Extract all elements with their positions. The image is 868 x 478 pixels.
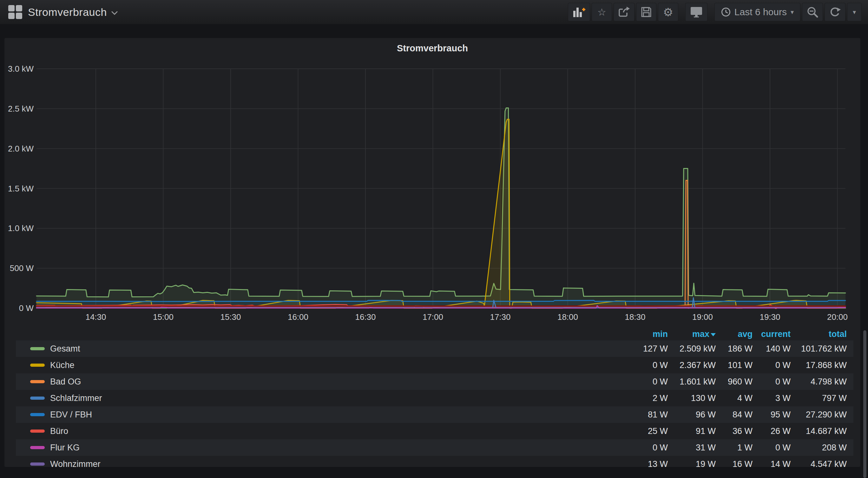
legend-value-total: 101.762 kW — [801, 340, 847, 357]
legend-header-max[interactable]: max — [692, 329, 716, 340]
navbar-actions: ☆ ⚙ — [566, 3, 862, 21]
legend-series-label[interactable]: Schlafzimmer — [50, 390, 102, 406]
time-picker-caret-icon: ▾ — [790, 8, 794, 16]
legend-value-total: 27.290 kW — [806, 406, 847, 423]
legend-series-label[interactable]: Gesamt — [50, 340, 80, 357]
zoom-out-icon — [807, 6, 818, 18]
tv-mode-button[interactable] — [685, 3, 708, 21]
series-color-swatch[interactable] — [30, 364, 45, 367]
refresh-button[interactable] — [825, 3, 845, 21]
sort-caret-icon — [711, 333, 716, 336]
legend-series-label[interactable]: Flur KG — [50, 439, 80, 456]
x-tick-label: 16:30 — [346, 311, 384, 323]
series-color-swatch[interactable] — [30, 446, 45, 449]
legend-value-current: 140 W — [766, 340, 790, 357]
settings-button[interactable]: ⚙ — [658, 3, 678, 21]
legend-header-avg[interactable]: avg — [738, 329, 752, 340]
legend-series-label[interactable]: Bad OG — [50, 373, 81, 390]
legend-value-min: 0 W — [653, 357, 668, 373]
series-area-Gesamt — [36, 108, 845, 308]
legend-value-avg: 84 W — [733, 406, 752, 423]
x-tick-label: 17:00 — [414, 311, 452, 323]
x-tick-label: 16:00 — [279, 311, 317, 323]
legend-header-total[interactable]: total — [829, 329, 847, 340]
grafana-logo-grid-icon[interactable] — [8, 5, 22, 19]
share-button[interactable] — [614, 3, 634, 21]
legend-value-avg: 36 W — [733, 423, 752, 439]
dashboard-title: Stromverbrauch — [28, 6, 107, 19]
tv-monitor-icon — [690, 6, 703, 18]
series-color-swatch[interactable] — [30, 463, 45, 466]
top-navbar: Stromverbrauch ☆ — [0, 0, 868, 24]
legend-header-current[interactable]: current — [761, 329, 790, 340]
legend-value-max: 91 W — [696, 423, 716, 439]
legend-value-max: 96 W — [696, 406, 716, 423]
y-tick-label: 2.0 kW — [4, 142, 34, 155]
refresh-interval-dropdown[interactable]: ▾ — [847, 3, 862, 21]
share-icon — [618, 7, 630, 18]
add-panel-button[interactable] — [568, 3, 590, 21]
series-color-swatch[interactable] — [30, 347, 45, 350]
add-panel-icon — [572, 6, 585, 18]
series-color-swatch[interactable] — [30, 430, 45, 433]
x-tick-label: 18:00 — [549, 311, 587, 323]
clock-icon — [721, 7, 731, 17]
legend-value-avg: 16 W — [733, 456, 752, 467]
x-tick-label: 14:30 — [77, 311, 115, 323]
legend-table: minmaxavgcurrenttotal Gesamt127 W2.509 k… — [4, 329, 860, 467]
legend-value-max: 1.601 kW — [680, 373, 716, 390]
refresh-icon — [829, 6, 841, 18]
series-color-swatch[interactable] — [30, 380, 45, 383]
legend-value-total: 14.687 kW — [806, 423, 847, 439]
legend-value-avg: 960 W — [728, 373, 752, 390]
refresh-caret-icon: ▾ — [853, 8, 856, 16]
save-button[interactable] — [636, 3, 656, 21]
chevron-down-icon — [111, 11, 118, 15]
legend-series-label[interactable]: Küche — [50, 357, 74, 373]
legend-row: Bad OG0 W1.601 kW960 W0 W4.798 kW — [4, 373, 860, 390]
page-scrollbar[interactable] — [863, 330, 866, 478]
legend-value-min: 0 W — [653, 439, 668, 456]
legend-series-label[interactable]: EDV / FBH — [50, 406, 92, 423]
y-tick-label: 2.5 kW — [4, 102, 34, 115]
legend-row: Schlafzimmer2 W130 W4 W3 W797 W — [4, 390, 860, 406]
legend-value-current: 0 W — [775, 439, 790, 456]
y-tick-label: 1.5 kW — [4, 182, 34, 195]
legend-header-row: minmaxavgcurrenttotal — [4, 329, 860, 340]
legend-value-total: 797 W — [822, 390, 847, 406]
time-picker-button[interactable]: Last 6 hours ▾ — [714, 3, 800, 21]
series-line-Küche — [36, 119, 845, 308]
legend-value-min: 0 W — [653, 373, 668, 390]
legend-value-min: 81 W — [648, 406, 668, 423]
y-tick-label: 500 W — [4, 262, 34, 274]
legend-header-min[interactable]: min — [653, 329, 668, 340]
series-area-Bad OG — [36, 180, 845, 308]
x-tick-label: 19:30 — [751, 311, 789, 323]
zoom-out-button[interactable] — [802, 3, 823, 21]
graph-panel: Stromverbrauch 3.0 kW2.5 kW2.0 kW1.5 kW1… — [4, 38, 860, 467]
series-line-Gesamt — [36, 108, 845, 297]
legend-value-total: 17.868 kW — [806, 357, 847, 373]
legend-value-min: 25 W — [648, 423, 668, 439]
legend-series-label[interactable]: Büro — [50, 423, 68, 439]
legend-series-label[interactable]: Wohnzimmer — [50, 456, 100, 467]
x-tick-label: 20:00 — [818, 311, 857, 323]
series-line-Bad OG — [36, 180, 845, 308]
x-tick-label: 18:30 — [616, 311, 654, 323]
star-button[interactable]: ☆ — [592, 3, 612, 21]
x-tick-label: 15:00 — [144, 311, 182, 323]
timeseries-chart[interactable] — [4, 38, 860, 325]
gear-icon: ⚙ — [663, 6, 673, 19]
dashboard-title-dropdown[interactable]: Stromverbrauch — [28, 6, 118, 19]
legend-row: Küche0 W2.367 kW101 W0 W17.868 kW — [4, 357, 860, 373]
legend-value-min: 127 W — [643, 340, 668, 357]
series-color-swatch[interactable] — [30, 413, 45, 416]
legend-value-avg: 1 W — [737, 439, 752, 456]
series-color-swatch[interactable] — [30, 397, 45, 400]
x-tick-label: 19:00 — [684, 311, 722, 323]
legend-value-current: 0 W — [775, 357, 790, 373]
legend-row: Büro25 W91 W36 W26 W14.687 kW — [4, 423, 860, 439]
legend-value-max: 19 W — [696, 456, 716, 467]
legend-row: Flur KG0 W31 W1 W0 W208 W — [4, 439, 860, 456]
legend-value-max: 31 W — [696, 439, 716, 456]
